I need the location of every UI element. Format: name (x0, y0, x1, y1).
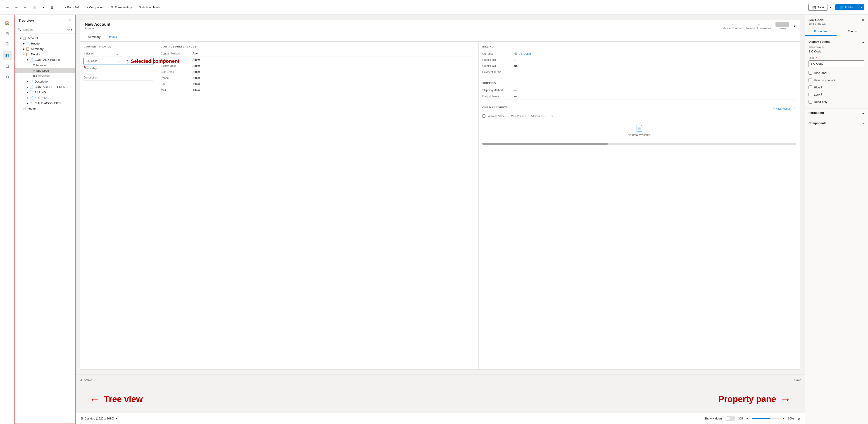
component-icon-button[interactable]: ❑ (3, 62, 12, 71)
tree-item-industry[interactable]: ≡ Industry (15, 62, 75, 68)
tree-toggle-company[interactable]: ▼ (26, 58, 29, 62)
show-hidden-label: Show Hidden (704, 417, 722, 420)
label-input[interactable] (808, 60, 864, 67)
industry-field-icon: ≡ (33, 63, 35, 67)
tree-item-footer[interactable]: 📄 Footer (15, 106, 75, 111)
publish-button[interactable]: 🌐 Publish (835, 4, 859, 10)
formatting-header[interactable]: Formatting ▲ (808, 111, 864, 115)
display-options-header[interactable]: Display options ▲ (808, 40, 864, 43)
cut-button[interactable]: ✂ (21, 4, 29, 10)
tree-item-contact-prefs[interactable]: ▶ 📄 CONTACT PREFEREN... (15, 84, 75, 90)
property-close-button[interactable]: ✕ (862, 18, 864, 22)
save-dropdown-button[interactable]: ▾ (828, 4, 833, 11)
delete-button[interactable]: 🗑 (48, 4, 56, 10)
tree-toggle-summary[interactable]: ▶ (22, 47, 26, 51)
hide-on-phone-checkbox-label: Hide on phone ℹ (814, 78, 835, 82)
lock-checkbox-label: Lock ℹ (814, 93, 822, 96)
tree-item-description[interactable]: ▶ 📄 Description (15, 79, 75, 84)
publish-dropdown-button[interactable]: ▾ (859, 4, 864, 10)
description-field[interactable] (84, 80, 153, 94)
tree-item-ownership[interactable]: ≡ Ownership (15, 73, 75, 79)
property-tabs: Properties Events (805, 27, 868, 36)
child-accounts-more-button[interactable]: ⋮ (793, 107, 796, 110)
tree-item-sic-code[interactable]: ≡ SIC Code (15, 68, 75, 73)
form-field-num-employees: ··· Number of Employees (746, 23, 771, 29)
tree-toggle-description[interactable]: ▶ (26, 79, 29, 83)
tree-toggle-billing[interactable]: ▶ (26, 91, 29, 94)
tree-item-billing[interactable]: ▶ 📄 BILLING (15, 90, 75, 95)
add-component-button[interactable]: + Component (84, 4, 107, 10)
form-settings-button[interactable]: ⚙ Form settings (108, 4, 135, 10)
add-form-field-label: + Form field (65, 6, 80, 9)
scroll-indicator[interactable] (482, 143, 796, 145)
child-accounts-section: CHILD ACCOUNTS + New Account ⋮ (482, 103, 796, 145)
tree-item-summary[interactable]: ▶ 📋 Summary (15, 46, 75, 52)
tree-item-header[interactable]: ▶ 📄 Header (15, 41, 75, 46)
chevron-down-icon: ▾ (830, 6, 831, 9)
desktop-selector[interactable]: 🖥 Desktop (1920 x 1080) ▾ (80, 417, 117, 420)
property-pane-label-group: Property pane → (718, 393, 791, 406)
tree-item-company-profile[interactable]: ▼ 📄 COMPANY PROFILE (15, 57, 75, 62)
settings-icon-button[interactable]: ⚙ (3, 73, 12, 81)
child-select-all-checkbox[interactable] (482, 115, 486, 118)
components-header[interactable]: Components ▲ (808, 122, 864, 125)
new-account-button[interactable]: + New Account (773, 107, 791, 110)
filter-button[interactable]: ⊘ ▾ (67, 28, 72, 31)
field-row-sic-code[interactable]: SIC Code ... (84, 58, 154, 64)
zoom-slider[interactable] (752, 418, 779, 419)
tree-toggle-contact[interactable]: ▶ (26, 85, 29, 89)
tree-item-details[interactable]: ▼ 📋 Details (15, 52, 75, 57)
tab-properties[interactable]: Properties (805, 27, 837, 36)
tab-events[interactable]: Events (837, 27, 868, 36)
history-dropdown-button[interactable]: ▾ (40, 4, 47, 10)
hide-checkbox[interactable] (808, 86, 812, 89)
tree-toggle-account[interactable]: ▼ (19, 36, 22, 40)
lock-checkbox[interactable] (808, 93, 812, 96)
zoom-plus[interactable]: + (782, 417, 784, 420)
search-input[interactable] (23, 28, 65, 31)
fit-screen-button[interactable]: ⊕ (798, 417, 800, 420)
currency-link[interactable]: 🏦 US Dollar (514, 52, 531, 56)
tree-label-child: CHILD ACCOUNTS (35, 101, 61, 105)
switch-classic-button[interactable]: Switch to classic (136, 4, 163, 10)
tree-toggle-shipping[interactable]: ▶ (26, 96, 29, 99)
add-form-field-button[interactable]: + Form field (62, 4, 83, 10)
database-icon-button[interactable]: 🗄 (3, 40, 12, 49)
tab-summary[interactable]: Summary (85, 33, 104, 41)
tree-toggle-header[interactable]: ▶ (22, 42, 26, 45)
tree-label-header: Header (31, 42, 41, 45)
grid-icon-button[interactable]: ⊞ (3, 29, 12, 38)
bottom-labels: ← Tree view Property pane → (75, 386, 805, 413)
publish-icon: 🌐 (840, 6, 843, 9)
field-fax: Fax Allow (161, 81, 475, 87)
child-accounts-title: CHILD ACCOUNTS (482, 106, 508, 109)
tree-label-shipping: SHIPPING (35, 96, 49, 99)
tree-toggle-child[interactable]: ▶ (26, 101, 29, 105)
company-profile-section-title: COMPANY PROFILE (84, 45, 153, 48)
home-icon-button[interactable]: 🏠 (3, 18, 12, 27)
show-hidden-toggle[interactable] (725, 416, 736, 421)
hide-on-phone-checkbox[interactable] (808, 78, 812, 82)
tree-toggle-details[interactable]: ▼ (22, 53, 26, 56)
read-only-checkbox[interactable] (808, 100, 812, 104)
zoom-minus[interactable]: − (746, 417, 748, 420)
layers-icon-button[interactable]: ◧ (3, 51, 12, 60)
currency-icon: 🏦 (514, 52, 518, 56)
redo-button[interactable]: ↪ (12, 4, 20, 10)
tab-details[interactable]: Details (105, 33, 120, 41)
copy-button[interactable]: ⬜ (30, 4, 39, 10)
undo-button[interactable]: ↩ (4, 4, 11, 10)
save-button[interactable]: 💾 Save (808, 4, 828, 11)
tree-item-child-accounts[interactable]: ▶ 📄 CHILD ACCOUNTS (15, 100, 75, 106)
form-header-dropdown-button[interactable]: ▾ (794, 24, 795, 28)
tree-label-billing: BILLING (35, 91, 46, 94)
tree-item-account[interactable]: ▼ 📋 Account (15, 35, 75, 41)
topbar: ↩ ↪ ✂ ⬜ ▾ 🗑 + Form field + Component ⚙ F… (0, 0, 868, 15)
canvas-bottom-right: Save (794, 378, 801, 382)
property-panel: SIC Code Single-line text ✕ Properties E… (805, 15, 868, 424)
field-freight-terms: Freight Terms --- (482, 93, 796, 99)
hide-label-checkbox[interactable] (808, 71, 812, 75)
tree-close-button[interactable]: ✕ (68, 18, 71, 23)
property-content: Display options ▲ Table column SIC Code … (805, 36, 868, 424)
tree-item-shipping[interactable]: ▶ 📄 SHIPPING (15, 95, 75, 100)
